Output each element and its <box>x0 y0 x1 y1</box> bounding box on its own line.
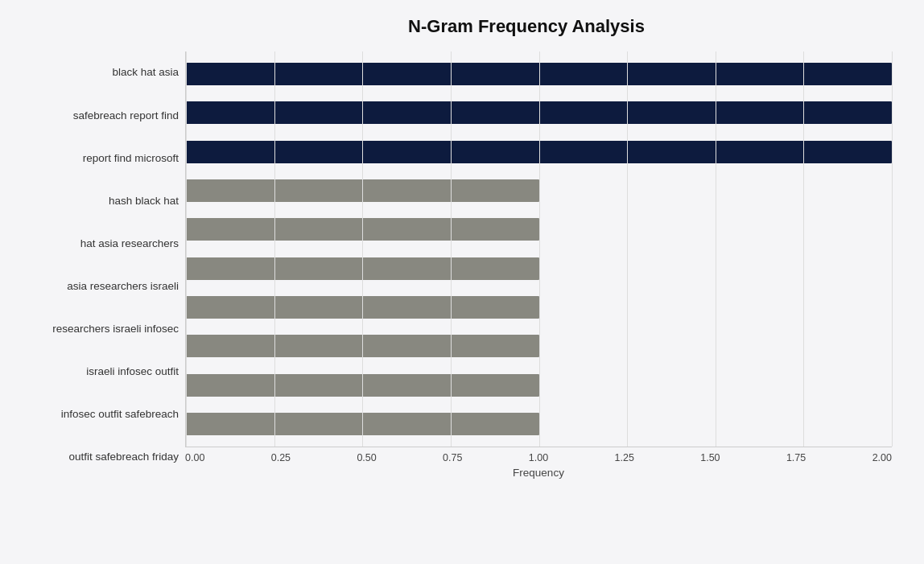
x-tick-label: 1.75 <box>786 452 806 463</box>
grid-line <box>716 51 716 447</box>
chart-title: N-Gram Frequency Analysis <box>16 16 892 37</box>
y-label: israeli infosec outfit <box>16 364 179 380</box>
chart-area: black hat asiasafebreach report findrepo… <box>16 51 892 479</box>
y-label: hat asia researchers <box>16 236 179 252</box>
x-tick-label: 0.75 <box>443 452 462 463</box>
x-tick-label: 1.00 <box>529 452 548 463</box>
grid-line <box>803 51 804 447</box>
x-tick-label: 1.50 <box>700 452 720 463</box>
y-label: researchers israeli infosec <box>16 321 179 337</box>
y-label: asia researchers israeli <box>16 278 179 294</box>
x-tick-label: 2.00 <box>872 452 892 463</box>
x-tick-label: 1.25 <box>615 452 634 463</box>
grid-line <box>362 51 363 447</box>
y-label: safebreach report find <box>16 108 179 124</box>
grid-and-bars <box>185 51 892 447</box>
y-axis-labels: black hat asiasafebreach report findrepo… <box>16 51 185 479</box>
x-tick-label: 0.50 <box>357 452 376 463</box>
grid-line <box>892 51 893 447</box>
grid-line <box>186 51 187 447</box>
chart-container: N-Gram Frequency Analysis black hat asia… <box>0 0 924 564</box>
y-label: outfit safebreach friday <box>16 449 179 465</box>
grid-line <box>539 51 540 447</box>
plot-area: 0.000.250.500.751.001.251.501.752.00 Fre… <box>185 51 892 479</box>
x-tick-label: 0.25 <box>271 452 291 463</box>
grid-line <box>451 51 452 447</box>
y-label: hash black hat <box>16 193 179 209</box>
y-label: infosec outfit safebreach <box>16 406 179 422</box>
y-label: black hat asia <box>16 64 179 80</box>
grid-line <box>274 51 275 447</box>
x-axis-labels: 0.000.250.500.751.001.251.501.752.00 <box>185 447 892 463</box>
x-axis-title: Frequency <box>185 467 892 479</box>
x-tick-label: 0.00 <box>185 452 204 463</box>
y-label: report find microsoft <box>16 150 179 167</box>
grid-line <box>627 51 628 447</box>
